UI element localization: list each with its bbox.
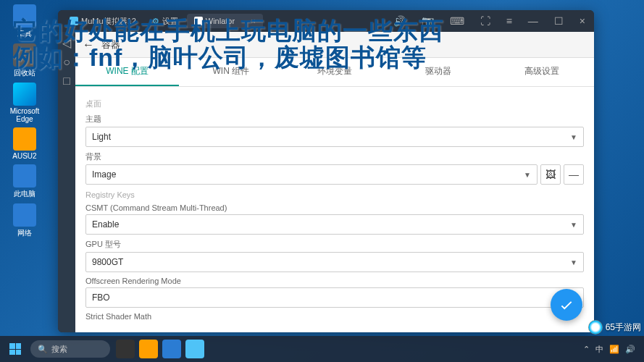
tab-wine-config[interactable]: WINE 配置	[75, 58, 179, 86]
desktop-icon[interactable]: 回收站	[3, 43, 46, 78]
section-desktop: 桌面	[85, 98, 584, 109]
tab-env-vars[interactable]: 环境变量	[283, 58, 386, 86]
form-body: 桌面 主题 Light▼ 背景 Image▼ 🖼 — Registry Keys…	[75, 87, 594, 329]
screenshot-icon[interactable]: 📷	[417, 14, 438, 28]
tray-chevron-icon[interactable]: ⌃	[583, 345, 590, 354]
label-theme: 主题	[85, 114, 584, 125]
task-mumu-icon[interactable]	[185, 340, 204, 358]
fullscreen-icon[interactable]: ⛶	[476, 14, 495, 28]
label-shader: Strict Shader Math	[85, 312, 584, 321]
emu-sidebar: ◁ ○ □	[58, 32, 75, 332]
tray-lang-icon[interactable]: 中	[595, 344, 603, 355]
label-gpu: GPU 型号	[85, 239, 584, 250]
search-icon: 🔍	[38, 345, 48, 354]
label-background: 背景	[85, 151, 584, 162]
select-offscreen[interactable]: FBO	[85, 287, 584, 308]
taskbar: 🔍 搜索 ⌃ 中 📶 🔊	[0, 336, 644, 362]
check-icon	[559, 297, 574, 313]
desktop-icon[interactable]: AUSU2	[3, 127, 46, 160]
section-registry: Registry Keys	[85, 190, 584, 199]
sidebar-back-icon[interactable]: ◁	[62, 36, 71, 50]
chevron-down-icon: ▼	[570, 133, 577, 141]
chevron-down-icon: ▼	[570, 258, 577, 266]
page-title: 容器	[101, 38, 120, 51]
desktop-icon[interactable]: 此电脑	[3, 164, 46, 199]
task-edge-icon[interactable]	[162, 340, 181, 358]
emu-tab-settings[interactable]: ⚙设置	[145, 13, 185, 30]
select-gpu[interactable]: 9800GT▼	[85, 252, 584, 272]
winlator-icon	[194, 17, 203, 25]
chevron-down-icon: ▼	[524, 171, 531, 179]
emu-tab-mumu[interactable]: MuMu模拟器12	[62, 13, 143, 30]
maximize-icon[interactable]: ☐	[550, 14, 568, 28]
taskbar-search[interactable]: 🔍 搜索	[30, 340, 110, 358]
select-csmt[interactable]: Enable▼	[85, 214, 584, 235]
confirm-fab[interactable]	[551, 289, 582, 321]
label-csmt: CSMT (Command Stream Multi-Thread)	[85, 203, 584, 212]
config-tabs: WINE 配置 WIN 组件 环境变量 驱动器 高级设置	[75, 58, 594, 87]
watermark-logo-icon	[588, 320, 603, 334]
task-icon[interactable]	[116, 340, 135, 358]
tray-volume-icon[interactable]: 🔊	[625, 345, 635, 354]
keyboard-icon[interactable]: ⌨	[446, 14, 469, 28]
desktop-icon[interactable]: Microsoft Edge	[3, 83, 46, 123]
desktop-icon[interactable]: 工具	[3, 4, 46, 39]
select-theme[interactable]: Light▼	[85, 127, 584, 147]
app-header: ← 容器	[75, 32, 594, 58]
system-tray[interactable]: ⌃ 中 📶 🔊	[583, 344, 640, 355]
minimize-icon[interactable]: —	[524, 14, 543, 28]
start-button[interactable]	[4, 339, 26, 359]
emu-tab-winlator[interactable]: Winlator×	[187, 14, 263, 28]
tab-advanced[interactable]: 高级设置	[490, 58, 594, 86]
mumu-icon	[70, 17, 78, 25]
emulator-titlebar: MuMu模拟器12 ⚙设置 Winlator× 🔊 📷 ⌨ ⛶ ≡ — ☐ ×	[58, 10, 594, 32]
tab-drives[interactable]: 驱动器	[387, 58, 490, 86]
label-offscreen: Offscreen Rendering Mode	[85, 277, 584, 285]
emu-window-controls: 🔊 📷 ⌨ ⛶ ≡ — ☐ ×	[389, 14, 590, 28]
desktop-icon[interactable]: 网络	[3, 203, 46, 238]
windows-logo-icon	[9, 343, 21, 355]
menu-icon[interactable]: ≡	[502, 14, 517, 28]
task-explorer-icon[interactable]	[139, 340, 158, 358]
close-tab-icon[interactable]: ×	[251, 17, 255, 25]
desktop-icons: 工具 回收站 Microsoft Edge AUSU2 此电脑 网络	[0, 0, 58, 243]
app-content: ← 容器 WINE 配置 WIN 组件 环境变量 驱动器 高级设置 桌面 主题 …	[75, 32, 594, 332]
remove-button[interactable]: —	[564, 164, 584, 185]
sidebar-home-icon[interactable]: ○	[63, 56, 70, 69]
emulator-window: MuMu模拟器12 ⚙设置 Winlator× 🔊 📷 ⌨ ⛶ ≡ — ☐ × …	[58, 10, 594, 332]
chevron-down-icon: ▼	[570, 221, 577, 229]
watermark: 65手游网	[588, 320, 641, 334]
back-arrow-icon[interactable]: ←	[83, 38, 94, 51]
tray-wifi-icon[interactable]: 📶	[609, 345, 619, 354]
image-picker-button[interactable]: 🖼	[540, 164, 561, 185]
sidebar-recent-icon[interactable]: □	[63, 75, 70, 88]
select-background[interactable]: Image▼	[85, 164, 538, 185]
close-icon[interactable]: ×	[575, 14, 590, 28]
tab-win-components[interactable]: WIN 组件	[179, 58, 283, 86]
volume-icon[interactable]: 🔊	[389, 14, 410, 28]
